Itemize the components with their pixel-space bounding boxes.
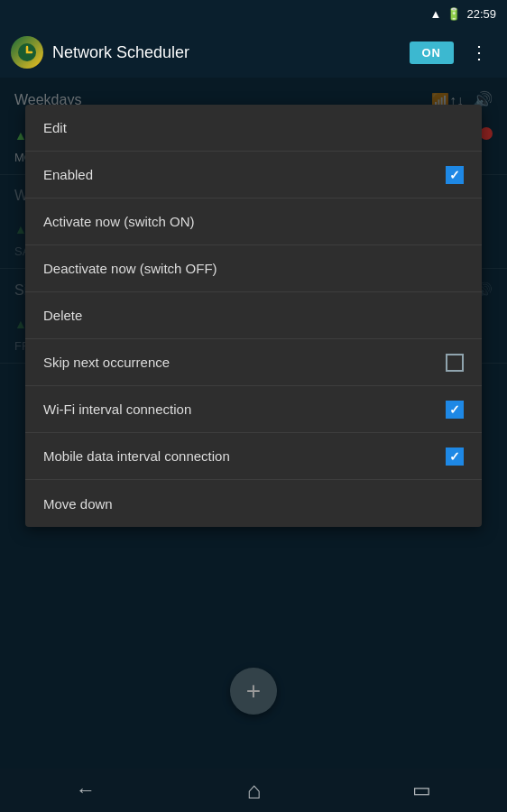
more-options-button[interactable]: ⋮ — [463, 38, 496, 67]
menu-label-edit: Edit — [43, 120, 67, 135]
main-content: Weekdays 📶↑↓ 🔊 ▲ 06:30 ▲ 23:00 MON - FRI… — [0, 78, 507, 769]
battery-icon: 🔋 — [447, 7, 461, 21]
menu-item-mobile-interval[interactable]: Mobile data interval connection — [25, 433, 482, 480]
checkbox-wifi-interval[interactable] — [446, 401, 464, 419]
app-logo — [11, 36, 43, 69]
checkbox-mobile-interval[interactable] — [446, 448, 464, 466]
menu-item-delete[interactable]: Delete — [25, 292, 482, 339]
menu-label-move-down: Move down — [43, 496, 113, 512]
home-button[interactable]: ⌂ — [229, 770, 280, 812]
menu-item-wifi-interval[interactable]: Wi-Fi interval connection — [25, 386, 482, 433]
status-icons: ▲ 🔋 22:59 — [430, 7, 496, 21]
status-bar: ▲ 🔋 22:59 — [0, 0, 507, 27]
toggle-button[interactable]: ON — [410, 42, 455, 64]
menu-label-wifi-interval: Wi-Fi interval connection — [43, 401, 191, 417]
menu-item-activate[interactable]: Activate now (switch ON) — [25, 198, 482, 245]
context-menu: Edit Enabled Activate now (switch ON) De… — [25, 105, 482, 527]
back-button[interactable]: ← — [58, 771, 114, 809]
menu-item-enabled[interactable]: Enabled — [25, 152, 482, 198]
checkbox-enabled[interactable] — [446, 166, 464, 184]
menu-label-delete: Delete — [43, 308, 82, 323]
menu-item-move-down[interactable]: Move down — [25, 480, 482, 527]
menu-item-edit[interactable]: Edit — [25, 105, 482, 152]
app-title: Network Scheduler — [52, 43, 401, 62]
recents-button[interactable]: ▭ — [394, 771, 449, 809]
menu-label-skip: Skip next occurrence — [43, 355, 170, 370]
wifi-status-icon: ▲ — [430, 7, 442, 21]
app-bar: Network Scheduler ON ⋮ — [0, 27, 507, 78]
checkbox-skip[interactable] — [446, 354, 464, 372]
menu-item-skip[interactable]: Skip next occurrence — [25, 339, 482, 386]
status-time: 22:59 — [466, 7, 496, 21]
menu-label-deactivate: Deactivate now (switch OFF) — [43, 261, 217, 276]
bottom-nav: ← ⌂ ▭ — [0, 769, 507, 812]
menu-item-deactivate[interactable]: Deactivate now (switch OFF) — [25, 245, 482, 292]
menu-label-mobile-interval: Mobile data interval connection — [43, 448, 230, 464]
menu-label-activate: Activate now (switch ON) — [43, 214, 195, 229]
menu-label-enabled: Enabled — [43, 167, 93, 182]
